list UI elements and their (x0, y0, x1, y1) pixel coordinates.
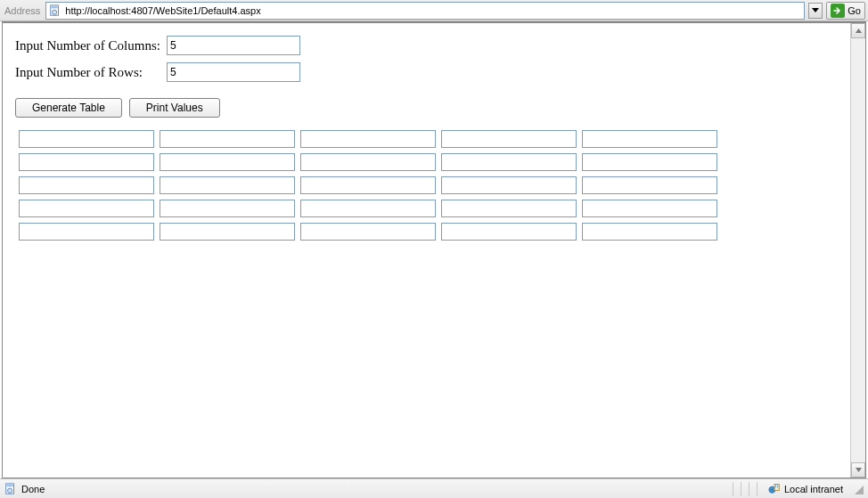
resize-grip[interactable] (852, 483, 864, 495)
status-page-icon (4, 482, 18, 496)
viewport: Input Number of Columns: Input Number of… (2, 21, 866, 478)
url-text: http://localhost:4807/WebSite1/Default4.… (65, 5, 802, 16)
table-cell-input[interactable] (300, 223, 436, 241)
table-cell-input[interactable] (300, 153, 436, 171)
page-icon (48, 4, 62, 18)
table-row (19, 200, 717, 217)
address-label: Address (3, 5, 42, 16)
table-cell-input[interactable] (441, 200, 577, 217)
table-cell-input[interactable] (582, 153, 717, 171)
columns-label: Input Number of Columns: (15, 38, 167, 53)
generated-table (13, 125, 723, 246)
table-cell-input[interactable] (160, 176, 295, 194)
table-row (19, 223, 717, 241)
columns-row: Input Number of Columns: (15, 36, 838, 55)
table-cell-input[interactable] (582, 176, 717, 194)
table-cell-input[interactable] (300, 200, 436, 217)
table-cell-input[interactable] (441, 130, 577, 148)
status-separator (749, 482, 749, 496)
svg-rect-14 (777, 486, 778, 487)
table-cell-input[interactable] (582, 200, 717, 217)
table-cell-input[interactable] (441, 176, 577, 194)
table-cell-input[interactable] (300, 130, 436, 148)
rows-label: Input Number of Rows: (15, 65, 167, 80)
svg-rect-12 (777, 485, 778, 486)
table-cell-input[interactable] (582, 130, 717, 148)
go-arrow-icon (831, 4, 845, 18)
rows-row: Input Number of Rows: (15, 62, 838, 82)
url-field[interactable]: http://localhost:4807/WebSite1/Default4.… (45, 2, 805, 20)
status-separator (741, 482, 741, 496)
table-row (19, 153, 717, 171)
table-cell-input[interactable] (19, 223, 154, 241)
status-left: Done (4, 482, 727, 496)
svg-rect-11 (775, 485, 776, 486)
table-cell-input[interactable] (160, 153, 295, 171)
table-cell-input[interactable] (300, 176, 436, 194)
go-label: Go (848, 5, 861, 16)
scroll-down-button[interactable] (851, 462, 865, 478)
table-cell-input[interactable] (19, 176, 154, 194)
svg-rect-7 (7, 484, 13, 486)
status-bar: Done Local intranet (0, 478, 868, 498)
table-cell-input[interactable] (19, 130, 154, 148)
table-row (19, 176, 717, 194)
table-cell-input[interactable] (441, 153, 577, 171)
svg-marker-5 (856, 468, 862, 472)
status-text: Done (21, 484, 45, 494)
svg-marker-4 (856, 29, 862, 33)
table-cell-input[interactable] (582, 223, 717, 241)
table-cell-input[interactable] (160, 200, 295, 217)
url-dropdown-button[interactable] (808, 3, 823, 19)
go-button[interactable]: Go (826, 2, 865, 20)
status-separator (757, 482, 757, 496)
table-cell-input[interactable] (160, 223, 295, 241)
svg-marker-3 (812, 8, 819, 12)
print-values-button[interactable]: Print Values (129, 98, 220, 118)
svg-rect-10 (774, 484, 779, 490)
table-cell-input[interactable] (441, 223, 577, 241)
page-body: Input Number of Columns: Input Number of… (3, 23, 850, 478)
status-separator (733, 482, 733, 496)
intranet-icon (768, 482, 781, 496)
scroll-up-button[interactable] (851, 23, 865, 38)
security-zone: Local intranet (763, 482, 848, 496)
table-row (19, 130, 717, 148)
svg-rect-1 (52, 5, 58, 8)
address-bar: Address http://localhost:4807/WebSite1/D… (0, 0, 868, 21)
zone-label: Local intranet (784, 484, 843, 494)
columns-input[interactable] (167, 36, 300, 55)
table-cell-input[interactable] (19, 153, 154, 171)
vertical-scrollbar[interactable] (850, 23, 865, 478)
svg-point-8 (8, 488, 12, 493)
generate-table-button[interactable]: Generate Table (15, 98, 122, 118)
svg-rect-13 (775, 486, 776, 487)
table-cell-input[interactable] (160, 130, 295, 148)
button-row: Generate Table Print Values (15, 98, 838, 118)
rows-input[interactable] (167, 62, 300, 82)
svg-point-2 (53, 10, 57, 14)
table-cell-input[interactable] (19, 200, 154, 217)
